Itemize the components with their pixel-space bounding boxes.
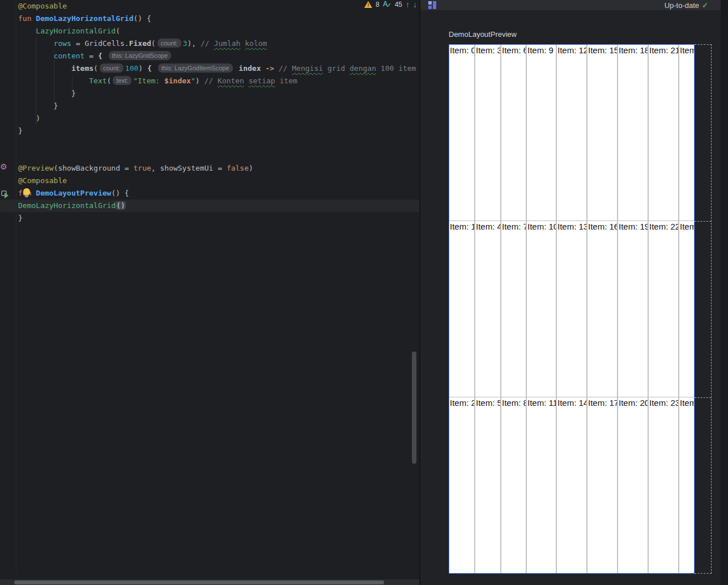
code-line[interactable]: items(count:100) { this: LazyGridItemSco… xyxy=(0,62,419,75)
code-token: () { xyxy=(111,189,129,197)
grid-cell[interactable]: Item: 14 xyxy=(557,397,587,573)
horizontal-scrollbar-thumb[interactable] xyxy=(14,580,384,584)
code-token: true xyxy=(134,164,151,172)
code-token: content xyxy=(54,52,85,60)
code-line[interactable]: rows = GridCells.Fixed(count:3), // Juml… xyxy=(0,37,419,50)
code-line[interactable]: ) xyxy=(0,112,419,125)
grid-cell[interactable]: Item: 24 xyxy=(679,45,694,221)
code-line[interactable]: } xyxy=(0,100,419,112)
code-line[interactable]: @Preview(showBackground = true, showSyst… xyxy=(0,162,419,175)
layout-grid-icon[interactable] xyxy=(428,1,436,9)
grid-cell[interactable]: Item: 21 xyxy=(649,45,679,221)
code-line[interactable]: LazyHorizontalGrid( xyxy=(0,25,419,37)
code-token: GridCells. xyxy=(84,39,129,48)
preview-scroll-track[interactable] xyxy=(721,0,728,585)
grid-cell[interactable]: Item: 22 xyxy=(649,221,679,397)
resize-dashed-outline[interactable] xyxy=(695,44,712,574)
grid-cell[interactable]: Item: 1 xyxy=(449,221,475,397)
code-token: Fixed xyxy=(129,39,151,48)
grid-item-label: Item: 12 xyxy=(557,45,586,56)
grid-cell[interactable]: Item: 23 xyxy=(649,397,679,573)
grid-cell[interactable]: Item: 25 xyxy=(679,221,694,397)
code-line[interactable]: } xyxy=(0,87,419,100)
run-preview-icon[interactable] xyxy=(1,190,7,196)
prev-problem-arrow-icon[interactable]: ↑ xyxy=(406,1,410,9)
grid-cell[interactable]: Item: 26 xyxy=(679,397,694,573)
code-token: LazyHorizontalGrid xyxy=(36,27,116,35)
grid-cell[interactable]: Item: 12 xyxy=(557,45,587,221)
code-line[interactable] xyxy=(0,137,419,150)
preview-toolbar[interactable]: Up-to-date ✓ xyxy=(420,0,721,10)
grid-item-label: Item: 17 xyxy=(587,397,617,408)
grid-cell[interactable]: Item: 0 xyxy=(449,45,475,221)
inlay-hint-chip: count: xyxy=(100,63,124,73)
preview-canvas[interactable]: Item: 0Item: 3Item: 6Item: 9Item: 12Item… xyxy=(449,44,695,574)
bulb-glass xyxy=(23,188,30,195)
preview-settings-gear-icon[interactable]: ⚙ xyxy=(0,163,7,171)
code-line[interactable]: @Composable xyxy=(0,0,419,12)
grid-cell[interactable]: Item: 2 xyxy=(449,397,475,573)
typo-count-badge[interactable]: 45 xyxy=(395,1,402,9)
code-line[interactable]: fun DemoLayoutPreview() { xyxy=(0,187,419,200)
code-token: ) xyxy=(195,77,205,85)
grid-cell[interactable]: Item: 4 xyxy=(475,221,501,397)
grid-cell[interactable]: Item: 5 xyxy=(475,397,501,573)
preview-title[interactable]: DemoLayoutPreview xyxy=(449,30,517,39)
code-token: } xyxy=(18,101,58,110)
code-token xyxy=(18,52,54,60)
grid-item-label: Item: 24 xyxy=(679,45,694,56)
code-token: @Preview xyxy=(18,164,54,172)
grid-cell[interactable]: Item: 7 xyxy=(501,221,527,397)
sync-status[interactable]: Up-to-date ✓ xyxy=(665,0,708,10)
inspections-widget[interactable]: ! 8 A ✓ 45 ↑ ↓ xyxy=(364,0,417,9)
grid-cell[interactable]: Item: 18 xyxy=(618,45,649,221)
code-token: Konten xyxy=(218,77,244,85)
grid-cell[interactable]: Item: 13 xyxy=(557,221,587,397)
code-line[interactable]: Text(text:"Item: $index") // Konten seti… xyxy=(0,75,419,87)
code-line[interactable]: fun DemoLazyHorizontalGrid() { xyxy=(0,12,419,25)
code-token: 100 xyxy=(125,64,138,73)
grid-item-label: Item: 3 xyxy=(475,45,500,56)
editor-vertical-scrollbar[interactable] xyxy=(412,351,416,464)
code-line[interactable]: } xyxy=(0,212,419,224)
code-line[interactable] xyxy=(0,150,419,162)
code-token: , xyxy=(151,164,160,172)
inlay-hint-chip: count: xyxy=(157,39,181,48)
code-token: Text xyxy=(89,77,107,85)
code-editor[interactable]: @Composablefun DemoLazyHorizontalGrid() … xyxy=(0,0,419,585)
grid-cell[interactable]: Item: 6 xyxy=(501,45,527,221)
code-token xyxy=(18,27,36,35)
grid-cell[interactable]: Item: 9 xyxy=(527,45,557,221)
inlay-hint-chip: this: LazyGridScope xyxy=(109,51,171,60)
current-code-line[interactable]: DemoLazyHorizontalGrid() xyxy=(0,200,419,212)
code-token: ( xyxy=(151,39,156,48)
grid-item-label: Item: 6 xyxy=(501,45,526,56)
intention-bulb-icon[interactable] xyxy=(23,188,31,198)
code-line[interactable]: content = { this: LazyGridScope xyxy=(0,50,419,62)
code-token: = xyxy=(84,52,97,60)
grid-cell[interactable]: Item: 8 xyxy=(501,397,527,573)
grid-row: Item: 1Item: 4Item: 7Item: 10Item: 13Ite… xyxy=(449,221,694,397)
grid-cell[interactable]: Item: 10 xyxy=(527,221,557,397)
grid-cell[interactable]: Item: 16 xyxy=(587,221,618,397)
grid-cell[interactable]: Item: 17 xyxy=(587,397,618,573)
editor-horizontal-scrollbar[interactable] xyxy=(0,579,419,585)
next-problem-arrow-icon[interactable]: ↓ xyxy=(413,1,417,9)
code-line[interactable]: @Composable xyxy=(0,175,419,187)
code-token: dengan xyxy=(350,64,376,73)
grid-cell[interactable]: Item: 11 xyxy=(527,397,557,573)
grid-cell[interactable]: Item: 3 xyxy=(475,45,501,221)
code-token: items xyxy=(71,64,93,73)
compose-preview-panel[interactable]: Up-to-date ✓ DemoLayoutPreview Item: 0It… xyxy=(420,0,728,585)
grid-cell[interactable]: Item: 19 xyxy=(618,221,649,397)
code-line[interactable]: } xyxy=(0,125,419,137)
play-icon xyxy=(5,193,8,198)
code-lines[interactable]: @Composablefun DemoLazyHorizontalGrid() … xyxy=(0,0,419,224)
code-token: showBackground xyxy=(58,164,120,172)
grid-cell[interactable]: Item: 15 xyxy=(587,45,618,221)
code-token: " xyxy=(191,77,195,85)
grid-cell[interactable]: Item: 20 xyxy=(618,397,649,573)
warning-count-badge[interactable]: 8 xyxy=(376,1,380,9)
grid-item-label: Item: 11 xyxy=(527,397,556,408)
grid-row: Item: 0Item: 3Item: 6Item: 9Item: 12Item… xyxy=(449,45,694,221)
